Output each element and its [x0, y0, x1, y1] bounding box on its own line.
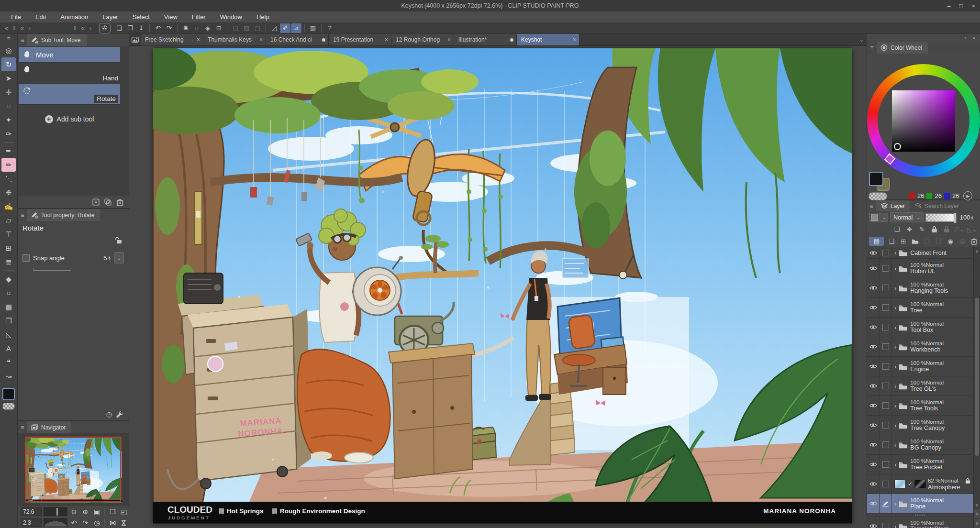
layer-row[interactable]: › 100 %Normal Engi: [867, 357, 974, 376]
selection-tool-icon[interactable]: ◌: [1, 99, 16, 113]
eraser-tool-icon[interactable]: ▱: [1, 213, 16, 227]
tab-close-icon[interactable]: ×: [447, 36, 451, 43]
tab-close-icon[interactable]: ×: [385, 36, 388, 43]
color-wheel-tab[interactable]: Color Wheel: [877, 42, 928, 54]
scale-rotate-icon[interactable]: ⊡: [213, 23, 224, 33]
shape-tool-icon[interactable]: ○: [1, 286, 16, 300]
menu-item[interactable]: Edit: [28, 13, 53, 21]
zoom-out-icon[interactable]: ⊖: [69, 507, 79, 517]
sub-tool-hand[interactable]: Hand: [19, 63, 120, 84]
layer-visibility-icon[interactable]: [867, 376, 880, 396]
panel-scroll-down-icon[interactable]: ∨: [974, 518, 980, 528]
layer-row[interactable]: › 100 %Normal Temp: [867, 517, 974, 528]
expand-right-icon[interactable]: ›: [965, 35, 967, 41]
main-color-swatch[interactable]: [2, 388, 15, 400]
layer-visibility-icon[interactable]: [867, 416, 880, 435]
angle-slider[interactable]: [44, 518, 67, 527]
balloon-tool-icon[interactable]: ❝: [1, 355, 16, 369]
layer-visibility-icon[interactable]: [867, 494, 880, 513]
transparent-swatch[interactable]: [869, 192, 887, 200]
redo-icon[interactable]: ↷: [164, 23, 174, 33]
blend-mode-dropdown[interactable]: Normal⌄: [890, 212, 924, 222]
layer-color-dropdown[interactable]: ⌄: [869, 213, 888, 222]
layer-checkbox[interactable]: [880, 298, 891, 317]
snap-angle-dropdown[interactable]: ⌄: [114, 252, 124, 264]
tab-close-icon[interactable]: ×: [573, 36, 576, 43]
flip-horizontal-icon[interactable]: ⋈: [108, 518, 117, 528]
layer-row[interactable]: › 100 %Normal Tree: [867, 455, 974, 474]
zoom-value-field[interactable]: 72.6: [21, 507, 42, 516]
panel-scroll-up-icon[interactable]: ∧: [974, 509, 980, 518]
liquify-tool-icon[interactable]: ⊞: [1, 241, 16, 255]
delete-layer-icon[interactable]: [969, 238, 978, 245]
layer-checkbox[interactable]: [880, 278, 891, 297]
sub-tool-group-move[interactable]: Move: [19, 47, 120, 63]
layer-checkbox[interactable]: [880, 318, 891, 337]
layer-visibility-icon[interactable]: [867, 318, 880, 337]
angle-value-field[interactable]: 2.3: [21, 518, 42, 527]
menu-item[interactable]: Select: [125, 13, 157, 21]
material-palette-icon[interactable]: ▥: [308, 23, 318, 33]
layer-checkbox[interactable]: [880, 376, 891, 396]
layer-row[interactable]: ✓ 62 %Normal Atmosphere: [867, 474, 974, 494]
pen-tool-icon[interactable]: ✒: [1, 144, 16, 158]
new-canvas-icon[interactable]: ❏: [114, 23, 124, 33]
saturation-value-square[interactable]: [892, 90, 955, 152]
menu-item[interactable]: Window: [213, 13, 249, 21]
tool-property-menu-icon[interactable]: ≡: [18, 212, 27, 219]
new-raster-layer-icon[interactable]: ❏: [887, 238, 896, 245]
menu-item[interactable]: File: [4, 13, 28, 21]
layer-visibility-icon[interactable]: [867, 396, 880, 415]
create-layer-mask-icon[interactable]: ◉: [946, 238, 955, 245]
merge-with-lower-layer-icon[interactable]: ❒: [935, 238, 943, 245]
text-tool-icon[interactable]: A: [1, 341, 16, 355]
collapse-left-icon[interactable]: «: [81, 24, 85, 32]
ruler-layer-icon[interactable]: ◺⌄: [967, 226, 976, 233]
straighten-icon[interactable]: ▨: [241, 23, 252, 33]
snap-angle-value[interactable]: 5 ▴▾ ⌄: [103, 252, 124, 264]
minimize-button[interactable]: –: [947, 2, 950, 10]
expand-left-icon[interactable]: ›: [89, 24, 91, 32]
layer-checkbox[interactable]: [880, 435, 891, 454]
menu-item[interactable]: Animation: [53, 13, 95, 21]
help-icon[interactable]: ?: [324, 23, 335, 33]
layer-row[interactable]: › 100 %Normal Hang: [867, 278, 974, 298]
open-file-icon[interactable]: ❐: [125, 23, 135, 33]
duplicate-sub-tool-icon[interactable]: [104, 198, 112, 206]
expand-folder-icon[interactable]: ›: [894, 383, 896, 390]
layer-visibility-icon[interactable]: [867, 455, 880, 474]
expand-folder-icon[interactable]: ›: [894, 304, 896, 311]
sub-tool-rotate[interactable]: Rotate: [19, 84, 120, 105]
add-sub-tool-button[interactable]: + Add sub tool: [19, 105, 120, 133]
menu-item[interactable]: Filter: [185, 13, 213, 21]
collapse-right-icon[interactable]: »: [972, 35, 975, 41]
snap-to-ruler-icon[interactable]: ◿: [269, 23, 279, 33]
rotate-right-icon[interactable]: ↷: [80, 518, 90, 528]
sub-tool-panel-menu-icon[interactable]: ≡: [18, 37, 27, 44]
invert-selection-icon[interactable]: ◈: [202, 23, 213, 33]
layer-visibility-icon[interactable]: [867, 474, 880, 494]
spinner-icon[interactable]: ▴▾: [108, 255, 110, 260]
canvas[interactable]: [153, 48, 852, 524]
reset-tool-icon[interactable]: ◷: [106, 410, 112, 418]
scroll-down-icon[interactable]: ∨: [974, 501, 980, 509]
rotate-left-icon[interactable]: ↶: [69, 518, 79, 528]
snap-to-special-ruler-icon[interactable]: ✐: [280, 23, 290, 33]
layer-checkbox[interactable]: [880, 494, 891, 513]
layer-visibility-icon[interactable]: [867, 247, 880, 258]
lock-transparent-pixels-icon[interactable]: ✥: [905, 226, 914, 233]
scroll-up-icon[interactable]: ∧: [974, 247, 980, 255]
document-tab[interactable]: 19 Presentation ×: [329, 34, 391, 45]
opacity-slider[interactable]: [925, 213, 957, 222]
layer-row[interactable]: › Cabinet Front: [867, 247, 974, 259]
expand-folder-icon[interactable]: ›: [894, 363, 896, 370]
transfer-to-lower-layer-icon[interactable]: ❒: [923, 238, 931, 245]
expand-folder-icon[interactable]: ›: [894, 461, 896, 468]
save-file-icon[interactable]: ↧: [136, 23, 146, 33]
layer-panel-menu-icon[interactable]: ≡: [867, 203, 876, 209]
decoration-tool-icon[interactable]: ❉: [1, 186, 16, 199]
eyedropper-tool-icon[interactable]: ✑: [1, 127, 16, 141]
layer-selection-tool-icon[interactable]: ➤: [1, 71, 16, 85]
layer-scrollbar[interactable]: ∧ ∨ ∧ ∨: [973, 247, 980, 528]
frame-border-tool-icon[interactable]: ❐: [1, 314, 16, 328]
